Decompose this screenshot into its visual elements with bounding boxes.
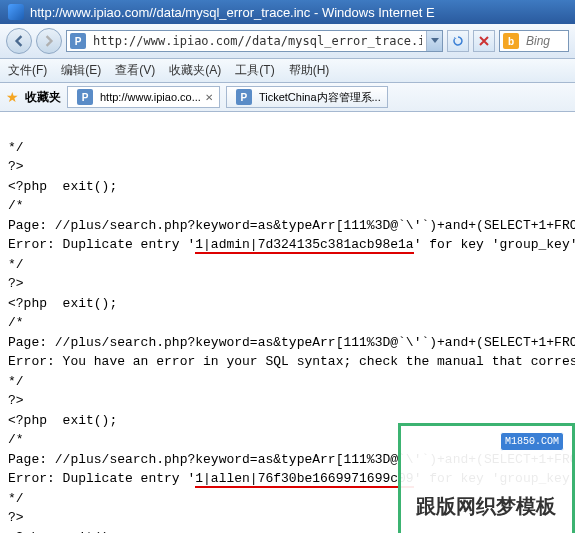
menu-file[interactable]: 文件(F) — [8, 62, 47, 79]
tab-label: http://www.ipiao.co... — [100, 91, 201, 103]
menu-view[interactable]: 查看(V) — [115, 62, 155, 79]
tab-label: TicketChina内容管理系... — [259, 90, 381, 105]
menu-bar: 文件(F) 编辑(E) 查看(V) 收藏夹(A) 工具(T) 帮助(H) — [0, 59, 575, 83]
menu-tools[interactable]: 工具(T) — [235, 62, 274, 79]
menu-favorites[interactable]: 收藏夹(A) — [169, 62, 221, 79]
favorites-bar: ★ 收藏夹 P http://www.ipiao.co... ✕ P Ticke… — [0, 83, 575, 112]
menu-help[interactable]: 帮助(H) — [289, 62, 330, 79]
favorites-label[interactable]: 收藏夹 — [25, 89, 61, 106]
watermark: M1850.COM 跟版网织梦模板 www.genban.org 资源网 — [398, 423, 575, 533]
back-button[interactable] — [6, 28, 32, 54]
tab-active[interactable]: P http://www.ipiao.co... ✕ — [67, 86, 220, 108]
star-icon[interactable]: ★ — [6, 89, 19, 105]
search-box[interactable]: b — [499, 30, 569, 52]
address-bar[interactable]: P — [66, 30, 443, 52]
forward-button[interactable] — [36, 28, 62, 54]
watermark-badge: M1850.COM — [500, 432, 564, 451]
menu-edit[interactable]: 编辑(E) — [61, 62, 101, 79]
watermark-line1: 跟版网织梦模板 — [411, 493, 562, 523]
page-icon: P — [70, 33, 86, 49]
navigation-bar: P b — [0, 24, 575, 59]
page-content: */ ?> <?php exit(); /* Page: //plus/sear… — [0, 112, 575, 533]
url-input[interactable] — [89, 32, 426, 50]
close-icon[interactable]: ✕ — [205, 92, 213, 103]
window-titlebar: http://www.ipiao.com//data/mysql_error_t… — [0, 0, 575, 24]
url-dropdown[interactable] — [426, 31, 442, 51]
tab-icon: P — [236, 89, 252, 105]
highlighted-credential-2: 1|allen|76f30be1669971699c09 — [195, 471, 413, 488]
tab-icon: P — [77, 89, 93, 105]
window-title: http://www.ipiao.com//data/mysql_error_t… — [30, 5, 435, 20]
bing-icon: b — [503, 33, 519, 49]
refresh-button[interactable] — [447, 30, 469, 52]
search-input[interactable] — [522, 32, 567, 50]
tab-inactive[interactable]: P TicketChina内容管理系... — [226, 86, 388, 108]
stop-button[interactable] — [473, 30, 495, 52]
highlighted-credential-1: 1|admin|7d324135c381acb98e1a — [195, 237, 413, 254]
ie-icon — [8, 4, 24, 20]
